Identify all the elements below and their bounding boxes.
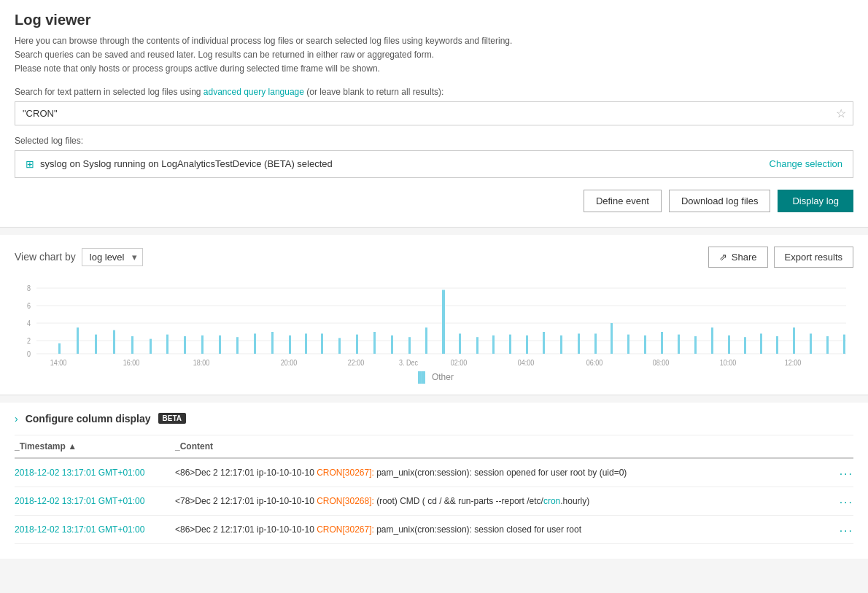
chart-section: View chart by log level ⇗ Share Export r… [0, 235, 868, 395]
svg-rect-17 [184, 336, 186, 354]
svg-rect-18 [201, 335, 204, 353]
svg-rect-34 [476, 337, 478, 354]
star-icon[interactable]: ☆ [836, 106, 846, 120]
cron-keyword: CRON[30267]: [317, 468, 374, 478]
svg-text:22:00: 22:00 [348, 357, 365, 366]
chart-container: 8 6 4 2 0 [15, 279, 853, 367]
svg-text:16:00: 16:00 [123, 357, 140, 366]
svg-text:02:00: 02:00 [451, 357, 468, 366]
svg-rect-32 [442, 290, 445, 354]
svg-rect-35 [492, 335, 495, 353]
svg-text:04:00: 04:00 [518, 357, 535, 366]
chart-by-label: View chart by [15, 251, 76, 263]
content-cell: <86>Dec 2 12:17:01 ip-10-10-10-10 CRON[3… [175, 524, 853, 535]
svg-rect-44 [644, 335, 646, 353]
svg-rect-36 [509, 334, 511, 353]
svg-text:12:00: 12:00 [785, 357, 802, 366]
svg-rect-49 [728, 335, 730, 353]
chart-by-select[interactable]: log level [82, 248, 143, 266]
chart-legend: ▐▌ Other [15, 371, 853, 383]
action-buttons: Define event Download log files Display … [15, 190, 853, 212]
selected-log-box: ⊞ syslog on Syslog running on LogAnalyti… [15, 150, 853, 178]
svg-rect-23 [289, 335, 291, 353]
advanced-query-link[interactable]: advanced query language [204, 87, 304, 97]
display-log-button[interactable]: Display log [778, 190, 853, 212]
legend-label: Other [432, 372, 454, 382]
chart-header: View chart by log level ⇗ Share Export r… [15, 247, 853, 268]
svg-rect-14 [131, 336, 133, 354]
selected-log-label: Selected log files: [15, 136, 853, 146]
table-row: 2018-12-02 13:17:01 GMT+01:00 <86>Dec 2 … [15, 459, 853, 487]
log-file-icon: ⊞ [26, 158, 34, 170]
row-menu-button[interactable]: ··· [840, 524, 853, 538]
svg-text:06:00: 06:00 [586, 357, 603, 366]
cron-keyword: CRON[30267]: [317, 524, 374, 535]
content-pre: <86>Dec 2 12:17:01 ip-10-10-10-10 [175, 524, 317, 535]
search-label: Search for text pattern in selected log … [15, 87, 853, 97]
svg-rect-50 [744, 337, 746, 354]
svg-rect-39 [560, 335, 562, 353]
legend-bar-icon: ▐▌ [414, 371, 429, 383]
timestamp-cell: 2018-12-02 13:17:01 GMT+01:00 [15, 468, 175, 478]
chart-by-select-wrapper[interactable]: log level [82, 248, 143, 266]
desc-line1: Here you can browse through the contents… [15, 36, 512, 46]
svg-rect-40 [578, 333, 580, 354]
svg-rect-54 [810, 333, 812, 354]
cron-link[interactable]: cron [543, 496, 560, 506]
export-button[interactable]: Export results [774, 247, 853, 268]
svg-text:20:00: 20:00 [281, 357, 298, 366]
svg-rect-53 [793, 327, 795, 354]
configure-label: Configure column display [26, 413, 151, 425]
configure-column-row[interactable]: › Configure column display BETA [15, 403, 853, 435]
share-button[interactable]: ⇗ Share [708, 247, 768, 268]
svg-rect-25 [321, 333, 323, 354]
svg-rect-46 [678, 334, 680, 353]
desc-line3: Please note that only hosts or process g… [15, 63, 380, 74]
svg-rect-12 [95, 334, 97, 353]
svg-rect-42 [611, 323, 613, 354]
share-icon: ⇗ [719, 252, 727, 263]
content-post: pam_unix(cron:session): session closed f… [374, 524, 581, 535]
content-post2: .hourly) [560, 496, 589, 506]
chevron-right-icon: › [15, 413, 18, 425]
svg-rect-11 [77, 327, 79, 354]
change-selection-link[interactable]: Change selection [770, 158, 842, 169]
cron-keyword: CRON[30268]: [317, 496, 374, 506]
search-box-wrapper: ☆ [15, 101, 853, 125]
svg-rect-21 [254, 333, 256, 354]
content-pre: <78>Dec 2 12:17:01 ip-10-10-10-10 [175, 496, 317, 506]
svg-rect-31 [425, 327, 427, 354]
content-cell: <86>Dec 2 12:17:01 ip-10-10-10-10 CRON[3… [175, 468, 853, 478]
col-timestamp[interactable]: _Timestamp ▲ [15, 441, 175, 451]
description: Here you can browse through the contents… [15, 34, 853, 77]
svg-text:2: 2 [27, 336, 31, 344]
svg-rect-29 [391, 335, 393, 353]
beta-badge: BETA [158, 413, 186, 424]
chart-by-group: View chart by log level [15, 248, 143, 266]
svg-rect-56 [843, 334, 845, 353]
svg-rect-28 [373, 332, 376, 354]
svg-rect-10 [58, 343, 61, 353]
svg-rect-52 [776, 336, 778, 354]
svg-rect-15 [150, 338, 152, 353]
table-header: _Timestamp ▲ _Content [15, 435, 853, 459]
row-menu-button[interactable]: ··· [840, 468, 853, 481]
download-log-button[interactable]: Download log files [669, 190, 771, 212]
timestamp-cell: 2018-12-02 13:17:01 GMT+01:00 [15, 524, 175, 535]
timestamp-cell: 2018-12-02 13:17:01 GMT+01:00 [15, 496, 175, 506]
svg-text:8: 8 [27, 283, 31, 292]
log-info: ⊞ syslog on Syslog running on LogAnalyti… [26, 158, 333, 170]
svg-rect-37 [526, 335, 528, 353]
table-row: 2018-12-02 13:17:01 GMT+01:00 <78>Dec 2 … [15, 487, 853, 516]
content-post: pam_unix(cron:session): session opened f… [374, 468, 627, 478]
define-event-button[interactable]: Define event [584, 190, 662, 212]
svg-rect-26 [338, 338, 341, 354]
svg-rect-20 [236, 337, 239, 354]
svg-rect-19 [219, 335, 221, 353]
search-input[interactable] [15, 101, 853, 125]
row-menu-button[interactable]: ··· [840, 496, 853, 509]
svg-text:10:00: 10:00 [720, 357, 737, 366]
desc-line2: Search queries can be saved and reused l… [15, 50, 434, 60]
svg-text:6: 6 [27, 301, 31, 309]
content-pre: <86>Dec 2 12:17:01 ip-10-10-10-10 [175, 468, 317, 478]
